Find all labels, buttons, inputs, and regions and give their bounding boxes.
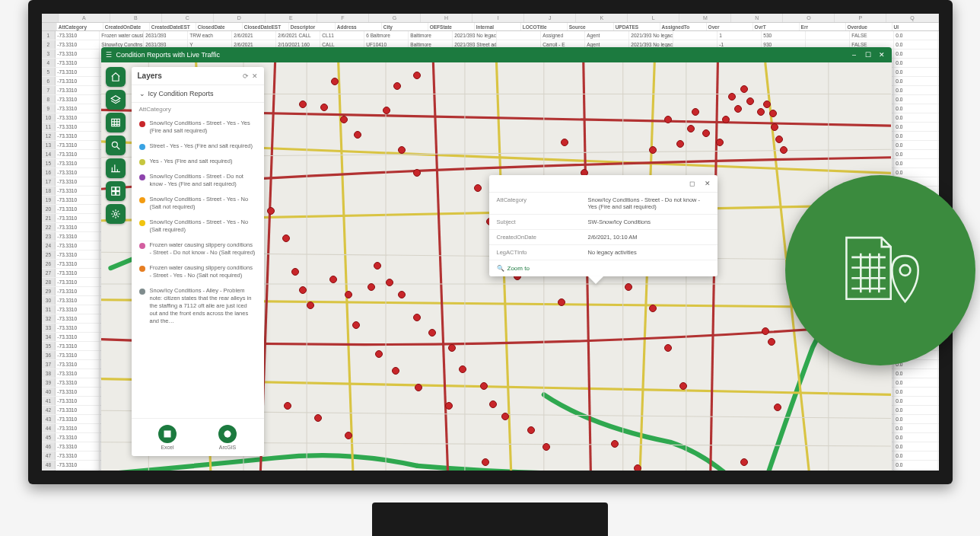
incident-marker[interactable] (482, 458, 489, 466)
incident-marker[interactable] (383, 107, 390, 114)
close-button[interactable]: ✕ (877, 49, 887, 60)
legend-item[interactable]: Frozen water causing slippery conditions… (139, 260, 256, 283)
incident-marker[interactable] (331, 78, 339, 85)
incident-marker[interactable] (398, 291, 406, 298)
search-button[interactable] (106, 136, 126, 155)
basemap-button[interactable] (106, 181, 126, 201)
incident-marker[interactable] (340, 116, 348, 123)
zoom-to-button[interactable]: 🔍 Zoom to (489, 260, 718, 276)
incident-marker[interactable] (282, 234, 290, 242)
incident-marker[interactable] (687, 125, 695, 132)
incident-marker[interactable] (664, 344, 672, 352)
legend-item[interactable]: Snow/Icy Conditions - Street - Yes - No … (139, 215, 256, 238)
incident-marker[interactable] (354, 131, 361, 139)
open-arcgis-button[interactable]: ArcGIS (218, 425, 237, 450)
incident-marker[interactable] (649, 305, 657, 312)
table-row[interactable]: 1-73.3310Frozen water causing slick 2631… (42, 31, 939, 40)
incident-marker[interactable] (775, 136, 783, 143)
incident-marker[interactable] (345, 432, 352, 439)
layers-button[interactable] (106, 90, 126, 110)
incident-marker[interactable] (474, 184, 482, 192)
home-button[interactable] (106, 67, 126, 87)
incident-marker[interactable] (393, 82, 401, 90)
incident-marker[interactable] (679, 382, 687, 390)
incident-marker[interactable] (489, 400, 497, 408)
tools-button[interactable] (106, 204, 126, 224)
incident-marker[interactable] (774, 404, 781, 411)
incident-marker[interactable] (780, 146, 788, 154)
incident-marker[interactable] (763, 100, 771, 108)
incident-marker[interactable] (291, 268, 299, 276)
incident-marker[interactable] (771, 123, 778, 131)
popup-close-icon[interactable]: ✕ (702, 178, 713, 189)
incident-marker[interactable] (368, 283, 375, 291)
maximize-button[interactable]: ☐ (863, 49, 873, 60)
incident-marker[interactable] (728, 93, 736, 100)
incident-marker[interactable] (692, 108, 699, 116)
app-menu-icon[interactable]: ☰ (106, 51, 112, 59)
table-button[interactable] (106, 113, 126, 132)
incident-marker[interactable] (284, 402, 291, 410)
incident-marker[interactable] (634, 464, 641, 471)
legend-item[interactable]: Snow/Icy Conditions - Street - Do not kn… (139, 169, 256, 192)
chart-button[interactable] (106, 158, 126, 178)
incident-marker[interactable] (649, 146, 657, 154)
dock-icon[interactable]: ◻ (687, 178, 698, 189)
incident-marker[interactable] (299, 100, 307, 108)
legend-item[interactable]: Snow/Icy Conditions - Alley - Problem no… (139, 283, 256, 329)
incident-marker[interactable] (625, 283, 632, 291)
incident-marker[interactable] (445, 402, 453, 410)
incident-marker[interactable] (392, 367, 399, 375)
incident-marker[interactable] (329, 276, 337, 283)
incident-marker[interactable] (722, 116, 730, 123)
minimize-button[interactable]: – (849, 49, 860, 60)
refresh-icon[interactable]: ⟳ (243, 72, 249, 80)
incident-marker[interactable] (413, 314, 421, 321)
incident-marker[interactable] (611, 440, 619, 448)
incident-marker[interactable] (702, 129, 710, 137)
incident-marker[interactable] (314, 414, 322, 422)
incident-marker[interactable] (428, 329, 436, 337)
incident-marker[interactable] (352, 321, 360, 329)
incident-marker[interactable] (768, 338, 775, 346)
incident-marker[interactable] (762, 327, 769, 335)
legend-item[interactable]: Yes - Yes (Fire and salt required) (139, 154, 256, 169)
incident-marker[interactable] (448, 344, 456, 352)
incident-marker[interactable] (716, 139, 724, 146)
incident-marker[interactable] (769, 110, 777, 117)
incident-marker[interactable] (501, 413, 509, 420)
incident-marker[interactable] (307, 302, 314, 309)
export-excel-button[interactable]: Excel (158, 425, 177, 450)
incident-marker[interactable] (413, 169, 421, 177)
incident-marker[interactable] (734, 105, 742, 113)
incident-marker[interactable] (374, 262, 381, 270)
incident-marker[interactable] (542, 443, 550, 451)
legend-item[interactable]: Street - Yes - Yes (Fire and salt requir… (139, 139, 256, 154)
incident-marker[interactable] (757, 108, 765, 116)
legend-item[interactable]: Snow/Icy Conditions - Street - Yes - No … (139, 192, 256, 215)
incident-marker[interactable] (267, 207, 275, 215)
incident-marker[interactable] (527, 426, 535, 434)
incident-marker[interactable] (740, 458, 748, 466)
legend-item[interactable]: Frozen water causing slippery conditions… (139, 238, 256, 260)
incident-marker[interactable] (299, 286, 307, 294)
incident-marker[interactable] (558, 298, 565, 306)
layer-group-toggle[interactable]: ⌄ Icy Condition Reports (132, 85, 264, 103)
incident-marker[interactable] (375, 350, 383, 358)
incident-marker[interactable] (664, 116, 672, 123)
incident-marker[interactable] (415, 384, 422, 391)
incident-marker[interactable] (480, 382, 488, 390)
map-canvas[interactable]: Layers ⟳ ✕ ⌄ Icy Condition Reports AttC (101, 62, 892, 471)
incident-marker[interactable] (345, 291, 352, 298)
incident-marker[interactable] (413, 72, 421, 79)
incident-marker[interactable] (320, 104, 328, 111)
close-icon[interactable]: ✕ (252, 72, 258, 80)
incident-marker[interactable] (459, 365, 466, 373)
incident-marker[interactable] (746, 97, 754, 105)
legend-item[interactable]: Snow/Icy Conditions - Street - Yes - Yes… (139, 116, 256, 139)
incident-marker[interactable] (740, 85, 748, 93)
incident-marker[interactable] (398, 146, 406, 154)
incident-marker[interactable] (386, 279, 393, 286)
incident-marker[interactable] (561, 139, 568, 146)
incident-marker[interactable] (676, 140, 684, 148)
